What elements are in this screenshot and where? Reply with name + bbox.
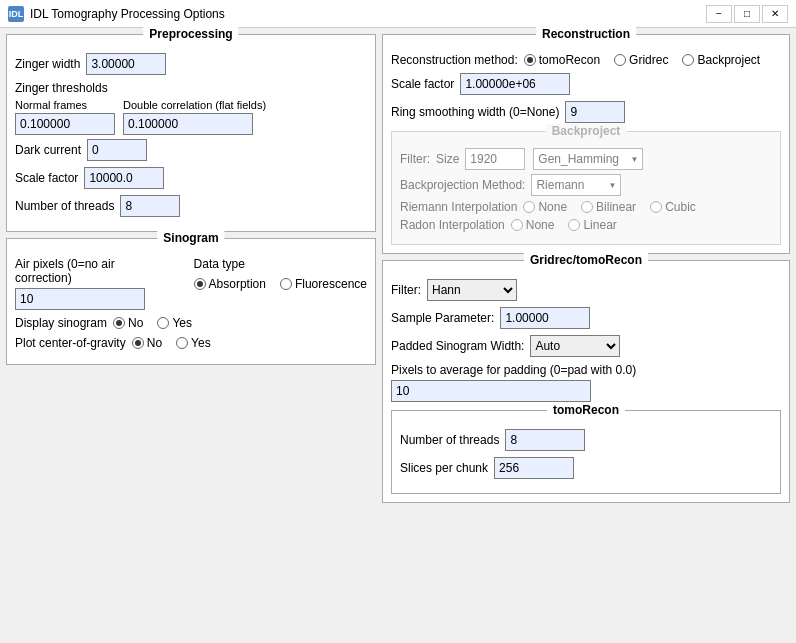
plot-yes-radio[interactable]: Yes [176, 336, 211, 350]
minimize-button[interactable]: − [706, 5, 732, 23]
air-pixels-label: Air pixels (0=no air correction) [15, 257, 174, 285]
display-sinogram-radio-group: No Yes [113, 316, 192, 330]
maximize-button[interactable]: □ [734, 5, 760, 23]
radon-radio-group: None Linear [511, 218, 617, 232]
title-bar: IDL IDL Tomography Processing Options − … [0, 0, 796, 28]
backproject-label: Backproject [697, 53, 760, 67]
num-threads-input[interactable] [120, 195, 180, 217]
tomorecon-subtitle: tomoRecon [547, 403, 625, 417]
ring-smoothing-row: Ring smoothing width (0=None) [391, 101, 781, 123]
backproject-subgroup: Backproject Filter: Size Gen_Hamming ▼ B… [391, 131, 781, 245]
pixels-avg-label: Pixels to average for padding (0=pad wit… [391, 363, 781, 377]
ring-smoothing-input[interactable] [565, 101, 625, 123]
reconstruction-group: Reconstruction Reconstruction method: to… [382, 34, 790, 254]
backproject-radio[interactable]: Backproject [682, 53, 760, 67]
dark-current-input[interactable] [87, 139, 147, 161]
filter-size-input [465, 148, 525, 170]
slices-chunk-row: Slices per chunk [400, 457, 772, 479]
display-sinogram-label: Display sinogram [15, 316, 107, 330]
zinger-thresholds-label: Zinger thresholds [15, 81, 108, 95]
tomorecon-threads-input[interactable] [505, 429, 585, 451]
display-no-radio[interactable]: No [113, 316, 143, 330]
radon-none-radio: None [511, 218, 555, 232]
radon-linear-radio: Linear [568, 218, 616, 232]
gridrec-filter-row: Filter: Hann Hamming Parzen None [391, 279, 781, 301]
plot-no-label: No [147, 336, 162, 350]
dark-current-row: Dark current [15, 139, 367, 161]
sinogram-title: Sinogram [157, 231, 224, 245]
radon-none-circle [511, 219, 523, 231]
filter-type-arrow: ▼ [630, 155, 638, 164]
riemann-none-label: None [538, 200, 567, 214]
normal-frames-label: Normal frames [15, 99, 87, 111]
preprocessing-group: Preprocessing Zinger width Zinger thresh… [6, 34, 376, 232]
recon-method-row: Reconstruction method: tomoRecon Gridrec… [391, 53, 781, 67]
radon-interpolation-row: Radon Interpolation None Linear [400, 218, 772, 232]
zinger-thresholds-section: Zinger thresholds Normal frames Double c… [15, 81, 367, 135]
filter-label: Filter: [400, 152, 430, 166]
air-pixels-input[interactable] [15, 288, 145, 310]
recon-scale-input[interactable] [460, 73, 570, 95]
double-correlation-label: Double correlation (flat fields) [123, 99, 266, 111]
padded-width-dropdown[interactable]: Auto 128 256 512 1024 2048 [530, 335, 620, 357]
sample-param-input[interactable] [500, 307, 590, 329]
riemann-none-circle [523, 201, 535, 213]
preprocessing-title: Preprocessing [143, 27, 238, 41]
backprojection-method-arrow: ▼ [608, 181, 616, 190]
close-button[interactable]: ✕ [762, 5, 788, 23]
riemann-interpolation-row: Riemann Interpolation None Bilinear C [400, 200, 772, 214]
normal-frames-input[interactable] [15, 113, 115, 135]
double-correlation-input[interactable] [123, 113, 253, 135]
app-icon: IDL [8, 6, 24, 22]
plot-no-circle [132, 337, 144, 349]
display-yes-label: Yes [172, 316, 192, 330]
backprojection-method-label: Backprojection Method: [400, 178, 525, 192]
num-threads-label: Number of threads [15, 199, 114, 213]
scale-factor-row: Scale factor [15, 167, 367, 189]
filter-row: Filter: Size Gen_Hamming ▼ [400, 148, 772, 170]
tomorecon-threads-label: Number of threads [400, 433, 499, 447]
fluorescence-label: Fluorescence [295, 277, 367, 291]
gridrec-filter-dropdown[interactable]: Hann Hamming Parzen None [427, 279, 517, 301]
bilinear-radio: Bilinear [581, 200, 636, 214]
bilinear-circle [581, 201, 593, 213]
pixels-avg-input[interactable] [391, 380, 591, 402]
plot-no-radio[interactable]: No [132, 336, 162, 350]
scale-factor-input[interactable] [84, 167, 164, 189]
pixels-avg-section: Pixels to average for padding (0=pad wit… [391, 363, 781, 402]
data-type-label: Data type [194, 257, 367, 271]
display-sinogram-row: Display sinogram No Yes [15, 316, 367, 330]
riemann-label: Riemann Interpolation [400, 200, 517, 214]
backprojection-method-row: Backprojection Method: Riemann ▼ [400, 174, 772, 196]
recon-method-radio-group: tomoRecon Gridrec Backproject [524, 53, 760, 67]
tomorecon-subgroup: tomoRecon Number of threads Slices per c… [391, 410, 781, 494]
zinger-width-row: Zinger width [15, 53, 367, 75]
fluorescence-radio-circle [280, 278, 292, 290]
ring-smoothing-label: Ring smoothing width (0=None) [391, 105, 559, 119]
fluorescence-radio[interactable]: Fluorescence [280, 277, 367, 291]
zinger-width-input[interactable] [86, 53, 166, 75]
window-title: IDL Tomography Processing Options [30, 7, 225, 21]
data-type-radio-group: Absorption Fluorescence [194, 277, 367, 291]
reconstruction-title: Reconstruction [536, 27, 636, 41]
gridrec-filter-label: Filter: [391, 283, 421, 297]
absorption-radio[interactable]: Absorption [194, 277, 266, 291]
radon-label: Radon Interpolation [400, 218, 505, 232]
display-yes-radio[interactable]: Yes [157, 316, 192, 330]
backproject-title: Backproject [546, 124, 627, 138]
tomorecon-radio[interactable]: tomoRecon [524, 53, 600, 67]
gridrec-radio[interactable]: Gridrec [614, 53, 668, 67]
riemann-radio-group: None Bilinear Cubic [523, 200, 695, 214]
gridrec-label: Gridrec [629, 53, 668, 67]
backprojection-method-value: Riemann [536, 178, 584, 192]
tomorecon-threads-row: Number of threads [400, 429, 772, 451]
sinogram-group: Sinogram Air pixels (0=no air correction… [6, 238, 376, 365]
slices-chunk-label: Slices per chunk [400, 461, 488, 475]
radon-linear-label: Linear [583, 218, 616, 232]
slices-chunk-input[interactable] [494, 457, 574, 479]
plot-cog-label: Plot center-of-gravity [15, 336, 126, 350]
size-label: Size [436, 152, 459, 166]
zinger-width-label: Zinger width [15, 57, 80, 71]
plot-cog-row: Plot center-of-gravity No Yes [15, 336, 367, 350]
scale-factor-label: Scale factor [15, 171, 78, 185]
